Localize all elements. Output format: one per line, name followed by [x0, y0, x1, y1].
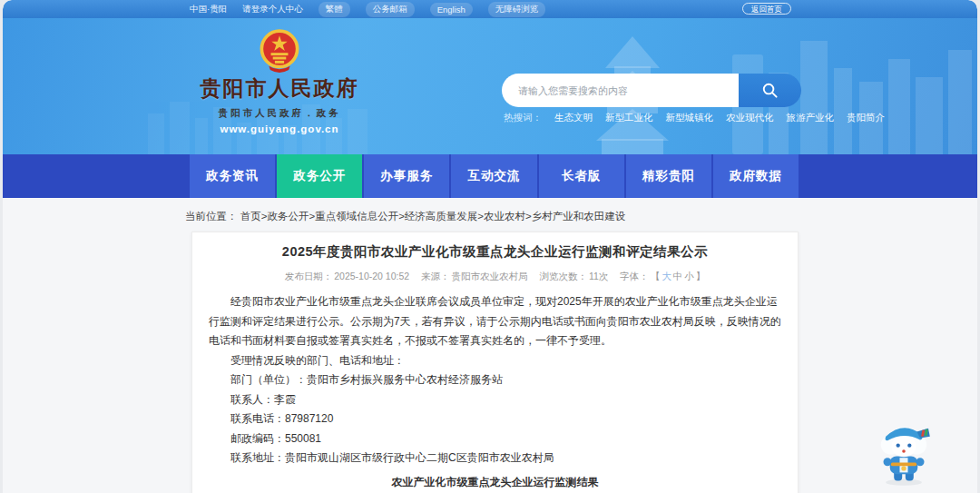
publish-date-label: 发布日期：	[285, 271, 333, 281]
search-button[interactable]	[739, 74, 801, 107]
main-nav: 政务资讯 政务公开 办事服务 互动交流 长者版 精彩贵阳 政府数据	[3, 154, 977, 198]
return-home-button[interactable]: 返回首页	[742, 3, 791, 15]
article-body: 经贵阳市农业产业化市级重点龙头企业联席会议成员单位审定，现对2025年开展的农业…	[209, 292, 781, 468]
hot-word-guiyang-intro[interactable]: 贵阳简介	[847, 112, 885, 124]
paragraph-contact-address: 联系地址：贵阳市观山湖区市级行政中心二期C区贵阳市农业农村局	[209, 449, 781, 468]
topbar-menu: 中国·贵阳 请登录个人中心 繁體 公务邮箱 English 无障碍浏览	[190, 0, 545, 18]
hot-search-label: 热搜词：	[504, 112, 542, 124]
article-card: 2025年度贵阳市农业产业化市级重点龙头企业运行监测和评定结果公示 发布日期：2…	[191, 232, 799, 493]
hot-word-ecology[interactable]: 生态文明	[554, 112, 593, 124]
nav-item-hudong-jiaoliu[interactable]: 互动交流	[451, 154, 536, 198]
nav-item-zhengfu-shuju[interactable]: 政府数据	[713, 154, 799, 198]
paragraph-postal-code: 邮政编码：550081	[209, 429, 781, 449]
font-size-large-button[interactable]: 大	[662, 271, 671, 281]
bracket: 】	[696, 271, 706, 281]
hot-word-agriculture[interactable]: 农业现代化	[726, 112, 774, 124]
topbar: 中国·贵阳 请登录个人中心 繁體 公务邮箱 English 无障碍浏览 返回首页	[3, 0, 977, 18]
search-bar	[502, 74, 801, 107]
source-label: 来源：	[421, 271, 450, 281]
nav-item-zhangzheban[interactable]: 长者版	[539, 154, 624, 198]
views-label: 浏览次数：	[539, 271, 587, 281]
hot-search-words: 热搜词： 生态文明 新型工业化 新型城镇化 农业现代化 旅游产业化 贵阳简介	[504, 112, 885, 124]
hot-word-urbanization[interactable]: 新型城镇化	[666, 112, 714, 124]
views-count: 11次	[589, 271, 608, 281]
hot-word-tourism[interactable]: 旅游产业化	[787, 112, 835, 124]
paragraph-contact-phone: 联系电话：87987120	[209, 409, 781, 429]
topbar-link-accessibility[interactable]: 无障碍浏览	[488, 2, 546, 17]
national-emblem-icon	[260, 29, 299, 73]
breadcrumb-label: 当前位置：	[185, 211, 238, 222]
site-url: www.guiyang.gov.cn	[193, 123, 366, 134]
font-size-medium-button[interactable]: 中	[673, 271, 683, 281]
paragraph: 受理情况反映的部门、电话和地址：	[209, 351, 781, 371]
search-input[interactable]	[502, 74, 739, 107]
topbar-link-official-mail[interactable]: 公务邮箱	[366, 2, 415, 17]
bracket: 【	[651, 271, 661, 281]
paragraph-department: 部门（单位）：贵阳市乡村振兴服务中心农村经济服务站	[209, 370, 781, 390]
publish-date: 2025-10-20 10:52	[334, 271, 409, 281]
topbar-link-english[interactable]: English	[430, 3, 473, 16]
site-subtitle: 贵阳市人民政府．政务	[193, 107, 366, 120]
paragraph-contact-person: 联系人：李霞	[209, 390, 781, 410]
source: 贵阳市农业农村局	[452, 271, 528, 281]
article-title: 2025年度贵阳市农业产业化市级重点龙头企业运行监测和评定结果公示	[209, 243, 781, 261]
site-logo[interactable]: 贵阳市人民政府 贵阳市人民政府．政务 www.guiyang.gov.cn	[193, 29, 366, 134]
nav-item-banshi-fuwu[interactable]: 办事服务	[364, 154, 449, 198]
paragraph: 经贵阳市农业产业化市级重点龙头企业联席会议成员单位审定，现对2025年开展的农业…	[209, 292, 781, 351]
nav-item-zhengwu-zixun[interactable]: 政务资讯	[190, 154, 275, 198]
nav-item-zhengwu-gongkai[interactable]: 政务公开	[277, 154, 362, 198]
topbar-link-login-personal-center[interactable]: 请登录个人中心	[242, 4, 303, 15]
main-nav-items: 政务资讯 政务公开 办事服务 互动交流 长者版 精彩贵阳 政府数据	[190, 154, 799, 198]
table-title: 农业产业化市级重点龙头企业运行监测结果	[209, 475, 781, 490]
hot-word-industrialization[interactable]: 新型工业化	[605, 112, 653, 124]
site-title: 贵阳市人民政府	[193, 74, 366, 103]
article-meta: 发布日期：2025-10-20 10:52 来源：贵阳市农业农村局 浏览次数：1…	[209, 271, 781, 283]
banner: 贵阳市人民政府 贵阳市人民政府．政务 www.guiyang.gov.cn 热搜…	[3, 18, 977, 154]
font-size-label: 字体：	[620, 271, 649, 281]
page: 中国·贵阳 请登录个人中心 繁體 公务邮箱 English 无障碍浏览 返回首页	[3, 0, 977, 493]
mascot-widget[interactable]	[863, 410, 945, 492]
content-area: 当前位置： 首页>政务公开>重点领域信息公开>经济高质量发展>农业农村>乡村产业…	[3, 198, 977, 493]
topbar-link-china-guiyang[interactable]: 中国·贵阳	[190, 4, 227, 15]
font-size-small-button[interactable]: 小	[684, 271, 694, 281]
search-icon	[761, 82, 779, 99]
nav-item-jingcai-guiyang[interactable]: 精彩贵阳	[626, 154, 711, 198]
breadcrumb-path[interactable]: 首页>政务公开>重点领域信息公开>经济高质量发展>农业农村>乡村产业和农田建设	[240, 211, 626, 222]
breadcrumb: 当前位置： 首页>政务公开>重点领域信息公开>经济高质量发展>农业农村>乡村产业…	[185, 210, 625, 223]
topbar-link-traditional-chinese[interactable]: 繁體	[318, 2, 350, 17]
